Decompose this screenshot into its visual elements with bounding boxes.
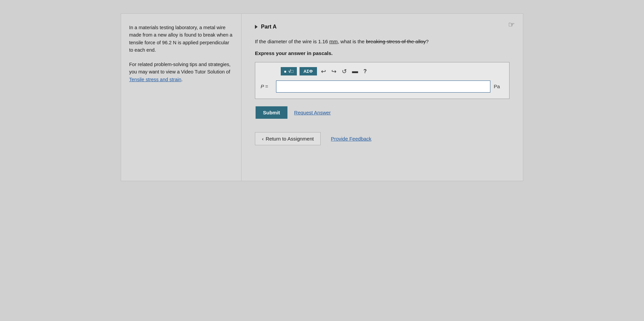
- refresh-icon: ↺: [342, 68, 347, 75]
- undo-icon: ↩: [321, 68, 326, 75]
- express-label: Express your answer in pascals.: [255, 50, 509, 56]
- refresh-button[interactable]: ↺: [340, 67, 348, 76]
- keyboard-button[interactable]: ▬: [351, 67, 360, 75]
- toolbar-row: ■ √□ ΑΣΦ ↩ ↪ ↺ ▬ ?: [261, 67, 504, 76]
- submit-button[interactable]: Submit: [256, 106, 287, 119]
- right-panel: ☞ Part A If the diameter of the wire is …: [241, 13, 523, 181]
- tip-prefix: For related problem-solving tips and str…: [129, 62, 230, 74]
- question-line1: If the diameter of the wire is 1.16 mm, …: [255, 39, 429, 44]
- math-editor-button[interactable]: ■ √□: [281, 67, 297, 75]
- action-row: Submit Request Answer: [255, 106, 509, 119]
- redo-icon: ↪: [331, 68, 336, 75]
- tip-text: For related problem-solving tips and str…: [129, 61, 233, 83]
- redo-button[interactable]: ↪: [330, 67, 338, 76]
- undo-button[interactable]: ↩: [320, 67, 327, 76]
- page-container: In a materials testing laboratory, a met…: [121, 13, 523, 181]
- help-icon: ?: [364, 68, 367, 74]
- keyboard-icon: ▬: [352, 68, 358, 74]
- left-panel: In a materials testing laboratory, a met…: [121, 13, 241, 181]
- return-button[interactable]: ‹ Return to Assignment: [255, 132, 321, 145]
- unit-label: Pa: [494, 84, 504, 89]
- math-btn-label: √□: [288, 69, 293, 74]
- help-button[interactable]: ?: [362, 68, 368, 75]
- hand-icon: ☞: [508, 20, 515, 29]
- part-header: Part A: [255, 24, 509, 30]
- request-answer-button[interactable]: Request Answer: [294, 110, 331, 115]
- tensile-link[interactable]: Tensile stress and strain: [129, 77, 181, 82]
- answer-box: ■ √□ ΑΣΦ ↩ ↪ ↺ ▬ ?: [255, 62, 509, 99]
- problem-text: In a materials testing laboratory, a met…: [129, 24, 233, 54]
- return-chevron-icon: ‹: [262, 136, 264, 142]
- part-title: Part A: [261, 24, 277, 30]
- greek-btn-label: ΑΣΦ: [304, 69, 313, 74]
- p-label: P =: [261, 84, 273, 89]
- provide-feedback-button[interactable]: Provide Feedback: [331, 136, 371, 142]
- input-row: P = Pa: [261, 81, 504, 93]
- return-label: Return to Assignment: [266, 136, 314, 142]
- greek-symbols-button[interactable]: ΑΣΦ: [300, 67, 317, 75]
- collapse-triangle-icon[interactable]: [255, 25, 258, 29]
- answer-input[interactable]: [276, 81, 490, 93]
- bottom-nav: ‹ Return to Assignment Provide Feedback: [255, 132, 509, 145]
- question-text: If the diameter of the wire is 1.16 mm, …: [255, 38, 509, 46]
- tip-suffix: .: [181, 77, 183, 82]
